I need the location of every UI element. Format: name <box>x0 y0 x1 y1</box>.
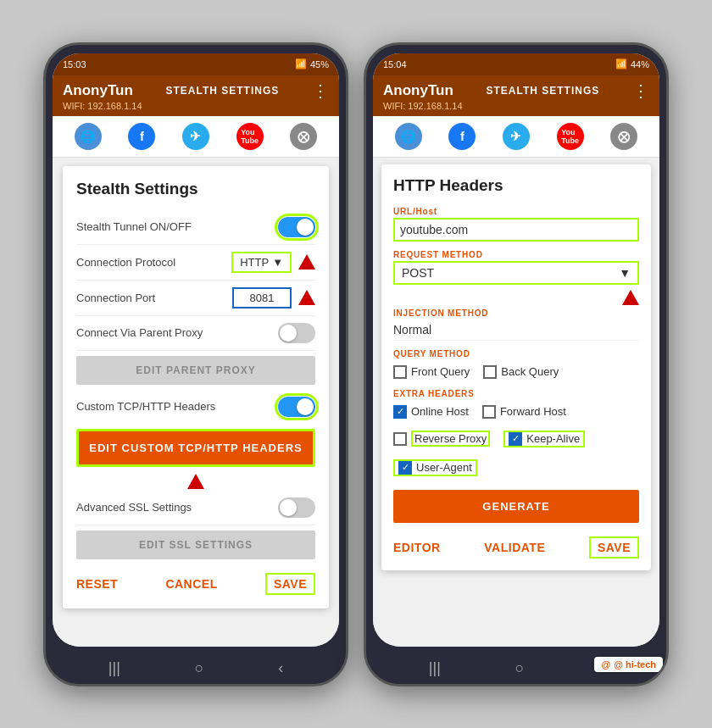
share-icon[interactable]: ⨂ <box>290 123 317 150</box>
wifi-info-1: WIFI: 192.168.1.14 <box>63 101 329 111</box>
menu-icon-2[interactable]: ⋮ <box>632 81 649 101</box>
edit-custom-headers-button[interactable]: EDIT CUSTOM TCP/HTTP HEADERS <box>76 429 315 467</box>
telegram-icon[interactable]: ✈ <box>182 123 209 150</box>
edit-parent-proxy-button[interactable]: EDIT PARENT PROXY <box>76 356 315 385</box>
request-method-value: POST <box>402 266 434 280</box>
url-host-label: URL/Host <box>393 207 639 216</box>
edit-ssl-button[interactable]: EDIT SSL SETTINGS <box>76 531 315 559</box>
cancel-button[interactable]: CANCEL <box>165 577 217 591</box>
online-host-checkbox[interactable]: ✓ <box>393 405 407 419</box>
app-subtitle-1: STEALTH SETTINGS <box>133 85 312 97</box>
front-query-checkbox[interactable] <box>393 365 407 379</box>
social-bar-1: 🌐 f ✈ YouTube ⨂ <box>53 116 339 158</box>
extra-headers-label: EXTRA HEADERS <box>393 389 639 398</box>
nav-home-icon[interactable]: ○ <box>195 659 204 677</box>
reset-button[interactable]: RESET <box>76 577 118 591</box>
request-method-label: REQUEST METHOD <box>393 250 639 259</box>
save-button-1[interactable]: SAVE <box>265 573 315 595</box>
injection-method-value: Normal <box>393 320 639 341</box>
red-arrow-port <box>298 290 315 305</box>
stealth-tunnel-toggle[interactable] <box>278 217 315 237</box>
user-agent-label: User-Agent <box>416 461 472 474</box>
parent-proxy-label: Connect Via Parent Proxy <box>76 326 203 339</box>
app-title-2: AnonуTun <box>383 82 453 99</box>
editor-button[interactable]: EDITOR <box>393 541 441 554</box>
battery-1: 📶 45% <box>295 58 329 69</box>
custom-headers-row: Custom TCP/HTTP Headers <box>76 390 315 424</box>
dialog-footer-2: EDITOR VALIDATE SAVE <box>393 528 639 559</box>
forward-host-item[interactable]: Forward Host <box>482 405 566 419</box>
menu-icon-1[interactable]: ⋮ <box>312 81 329 101</box>
stealth-settings-dialog: Stealth Settings Stealth Tunnel ON/OFF C… <box>63 166 329 609</box>
back-query-label: Back Query <box>501 365 559 378</box>
phone-bottom-1: ||| ○ ‹ <box>46 653 346 684</box>
telegram-icon-2[interactable]: ✈ <box>503 123 530 150</box>
nav-home-icon-2[interactable]: ○ <box>515 659 525 677</box>
phone-1: 15:03 📶 45% AnonуTun STEALTH SETTINGS ⋮ … <box>43 42 348 686</box>
app-bar-1: AnonуTun STEALTH SETTINGS ⋮ WIFI: 192.16… <box>53 75 339 116</box>
nav-back-icon[interactable]: ‹ <box>278 659 283 677</box>
back-query-item[interactable]: Back Query <box>483 365 559 379</box>
app-title-1: AnonуTun <box>63 82 133 99</box>
back-query-checkbox[interactable] <box>483 365 497 379</box>
custom-headers-label: Custom TCP/HTTP Headers <box>76 400 215 413</box>
reverse-proxy-item[interactable]: Reverse Proxy <box>393 431 490 447</box>
ssl-row: Advanced SSL Settings <box>76 491 315 525</box>
injection-method-label: INJECTION METHOD <box>393 308 639 318</box>
phones-container: 15:03 📶 45% AnonуTun STEALTH SETTINGS ⋮ … <box>43 42 669 686</box>
phone-1-screen: 15:03 📶 45% AnonуTun STEALTH SETTINGS ⋮ … <box>53 53 339 647</box>
status-bar-2: 15:04 📶 44% <box>373 53 659 75</box>
content-area-1: Stealth Settings Stealth Tunnel ON/OFF C… <box>53 158 339 647</box>
generate-button[interactable]: GENERATE <box>393 490 639 523</box>
phone-2: 15:04 📶 44% AnonуTun STEALTH SETTINGS ⋮ … <box>364 42 669 686</box>
validate-button[interactable]: VALIDATE <box>484 541 545 554</box>
hitech-at: @ <box>601 659 610 670</box>
port-input[interactable]: 8081 <box>232 287 292 308</box>
injection-method-group: INJECTION METHOD Normal <box>393 308 639 341</box>
parent-proxy-toggle[interactable] <box>278 323 315 343</box>
http-headers-dialog: HTTP Headers URL/Host REQUEST METHOD POS… <box>381 164 651 570</box>
query-method-group: Front Query Back Query <box>393 362 639 382</box>
user-agent-checkbox[interactable]: ✓ <box>398 461 412 475</box>
share-icon-2[interactable]: ⨂ <box>610 123 637 150</box>
online-host-label: Online Host <box>411 405 469 418</box>
parent-proxy-row: Connect Via Parent Proxy <box>76 316 315 351</box>
url-host-input[interactable] <box>393 218 639 242</box>
custom-headers-toggle[interactable] <box>278 397 315 417</box>
facebook-icon-2[interactable]: f <box>448 123 476 150</box>
globe-icon-2[interactable]: 🌐 <box>395 123 422 150</box>
front-query-item[interactable]: Front Query <box>393 365 470 379</box>
save-button-2[interactable]: SAVE <box>589 536 639 559</box>
request-method-select[interactable]: POST ▼ <box>393 261 639 285</box>
nav-menu-icon-2[interactable]: ||| <box>429 659 441 677</box>
app-subtitle-2: STEALTH SETTINGS <box>453 85 632 97</box>
port-row: Connection Port 8081 <box>76 281 315 316</box>
http-dialog-title: HTTP Headers <box>393 176 639 195</box>
reverse-proxy-label: Reverse Proxy <box>411 431 490 447</box>
protocol-select[interactable]: HTTP ▼ <box>231 252 292 273</box>
request-method-group: REQUEST METHOD POST ▼ <box>393 250 639 285</box>
reverse-proxy-checkbox[interactable] <box>393 432 407 446</box>
content-area-2: HTTP Headers URL/Host REQUEST METHOD POS… <box>373 158 659 647</box>
extra-headers-row1: ✓ Online Host Forward Host <box>393 402 639 422</box>
front-query-label: Front Query <box>411 365 470 378</box>
ssl-toggle[interactable] <box>278 497 315 518</box>
globe-icon[interactable]: 🌐 <box>75 123 102 150</box>
wifi-icon-status: 📶 <box>295 58 307 69</box>
forward-host-checkbox[interactable] <box>482 405 496 419</box>
red-arrow-headers <box>187 474 204 489</box>
user-agent-item[interactable]: ✓ User-Agent <box>393 459 477 476</box>
facebook-icon[interactable]: f <box>128 123 155 150</box>
forward-host-label: Forward Host <box>500 405 566 418</box>
keep-alive-checkbox[interactable]: ✓ <box>509 432 522 446</box>
youtube-icon-2[interactable]: YouTube <box>557 123 584 150</box>
youtube-icon[interactable]: YouTube <box>236 123 264 150</box>
wifi-info-2: WIFI: 192.168.1.14 <box>383 101 649 111</box>
nav-menu-icon[interactable]: ||| <box>108 659 120 677</box>
social-bar-2: 🌐 f ✈ YouTube ⨂ <box>373 116 659 158</box>
keep-alive-item[interactable]: ✓ Keep-Alive <box>503 431 585 447</box>
query-method-label: QUERY METHOD <box>393 349 639 358</box>
request-method-dropdown-icon: ▼ <box>619 266 631 280</box>
online-host-item[interactable]: ✓ Online Host <box>393 405 469 419</box>
hitech-watermark: @ @ hi-tech <box>594 657 663 672</box>
